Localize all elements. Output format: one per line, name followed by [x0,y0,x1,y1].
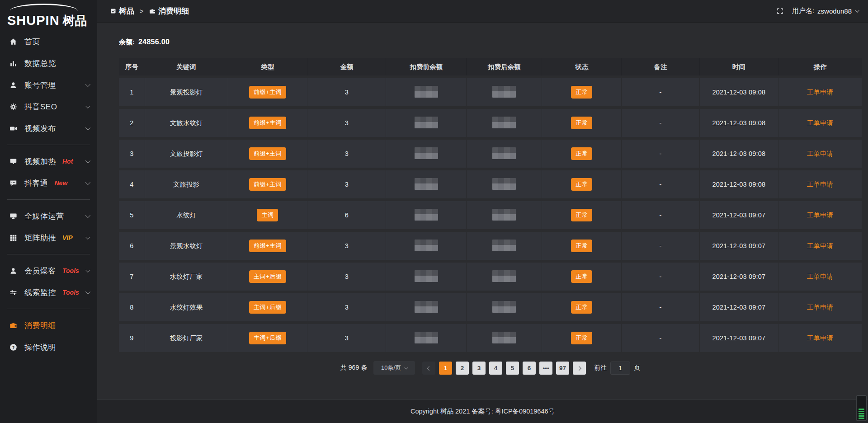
cell-amount: 3 [307,293,386,321]
chevron-down-icon [405,366,408,369]
sidebar-divider [7,309,90,309]
cell-index: 8 [119,293,145,321]
meter-bar [859,418,864,419]
page-button-97[interactable]: 97 [556,362,569,375]
redacted-balance-after [492,86,516,98]
ticket-request-link[interactable]: 工单申请 [807,212,833,219]
monitor-icon [9,212,18,221]
ticket-request-link[interactable]: 工单申请 [807,119,833,127]
chevron-down-icon [85,289,90,294]
ticket-request-link[interactable]: 工单申请 [807,273,833,280]
sidebar-item-label: 视频加热 [24,156,56,167]
ticket-request-link[interactable]: 工单申请 [807,242,833,249]
type-badge: 前缀+主词 [249,147,286,160]
page-button-1[interactable]: 1 [439,362,452,375]
meter-bar [859,415,864,417]
page-button-6[interactable]: 6 [523,362,536,375]
cell-keyword: 水纹灯厂家 [145,263,228,291]
page-button-3[interactable]: 3 [472,362,486,375]
sidebar-item-matrix-boost[interactable]: 矩阵助推 VIP [0,227,97,249]
type-badge: 主词 [257,209,278,221]
sidebar-item-member-baoke[interactable]: 会员爆客 Tools [0,260,97,282]
table-row: 3 文旅投影灯 前缀+主词 3 正常 - 2021-12-03 09:08 工单… [119,140,862,168]
status-badge: 正常 [571,301,592,314]
username-label: 用户名: [792,7,814,15]
cell-amount: 3 [307,324,386,352]
sidebar-item-label: 抖音SEO [24,102,57,112]
sidebar-item-douketong[interactable]: 抖客通 New [0,172,97,194]
sidebar-item-label: 会员爆客 [24,266,56,276]
cell-amount: 3 [307,140,386,168]
grid-icon [9,234,18,242]
ticket-request-link[interactable]: 工单申请 [807,150,833,157]
column-header: 关键词 [145,58,228,75]
table-row: 4 文旅投影 前缀+主词 3 正常 - 2021-12-03 09:08 工单申… [119,170,862,198]
sidebar-item-douyin-seo[interactable]: 抖音SEO [0,96,97,118]
sidebar-item-data-overview[interactable]: 数据总览 [0,52,97,74]
table-row: 6 景观水纹灯 前缀+主词 3 正常 - 2021-12-03 09:07 工单… [119,232,862,260]
sidebar-item-home[interactable]: 首页 [0,31,97,52]
status-badge: 正常 [571,178,592,191]
status-badge: 正常 [571,332,592,344]
bar-chart-icon [9,59,18,68]
cell-amount: 3 [307,263,386,291]
breadcrumb-current[interactable]: 消费明细 [149,6,189,16]
page-size-select[interactable]: 10条/页 [373,361,415,375]
cell-index: 4 [119,170,145,198]
sidebar-item-consumption-details[interactable]: 消费明细 [0,315,97,336]
ticket-request-link[interactable]: 工单申请 [807,181,833,188]
sidebar-item-account-management[interactable]: 账号管理 [0,74,97,96]
meter-bar [859,413,864,414]
wallet-icon [9,321,18,330]
pagination-ellipsis-button[interactable]: ••• [539,362,552,375]
cell-time: 2021-12-03 09:07 [700,324,778,352]
page-button-5[interactable]: 5 [506,362,519,375]
next-page-button[interactable] [573,362,586,375]
sidebar-item-label: 首页 [24,37,40,47]
sidebar-item-operation-guide[interactable]: 操作说明 [0,336,97,358]
prev-page-button[interactable] [422,362,435,375]
sidebar-item-all-media-operation[interactable]: 全媒体运营 [0,205,97,227]
sidebar: SHUPIN 树品 首页 数据总览 账号管理 抖音SEO 视频发布 视频加 [0,0,97,423]
breadcrumb-separator: > [138,8,145,15]
cell-time: 2021-12-03 09:08 [700,170,778,198]
page-button-4[interactable]: 4 [489,362,502,375]
fullscreen-icon[interactable] [776,7,784,15]
cell-index: 5 [119,201,145,229]
status-badge: 正常 [571,270,592,283]
ticket-request-link[interactable]: 工单申请 [807,89,833,96]
cell-index: 1 [119,78,145,106]
sidebar-item-lead-monitoring[interactable]: 线索监控 Tools [0,282,97,303]
column-header: 类型 [228,58,308,75]
cell-time: 2021-12-03 09:07 [700,232,778,260]
sidebar-menu: 首页 数据总览 账号管理 抖音SEO 视频发布 视频加热 Hot 抖客通 [0,30,97,423]
column-header: 备注 [622,58,700,75]
sidebar-item-label: 消费明细 [24,320,56,331]
username: zswodun88 [817,7,852,15]
cell-index: 2 [119,109,145,137]
meter-bar [859,409,864,410]
chevron-down-icon [85,268,90,273]
goto-page-input[interactable] [610,362,630,375]
table-header-row: 序号关键词类型金额扣费前余额扣费后余额状态备注时间操作 [119,58,862,75]
user-dropdown[interactable]: 用户名: zswodun88 [792,7,858,15]
chevron-down-icon [85,103,90,108]
sidebar-item-video-publish[interactable]: 视频发布 [0,118,97,139]
cell-index: 6 [119,232,145,260]
app-icon [110,8,117,14]
page-button-2[interactable]: 2 [456,362,469,375]
ticket-request-link[interactable]: 工单申请 [807,304,833,311]
ticket-request-link[interactable]: 工单申请 [807,334,833,342]
sidebar-item-tag: Tools [62,289,79,296]
goto-suffix: 页 [634,364,640,372]
sidebar-divider [7,145,90,145]
sidebar-item-video-heating[interactable]: 视频加热 Hot [0,150,97,172]
redacted-balance-after [492,301,516,313]
breadcrumb: 树品 > 消费明细 [110,6,189,16]
redacted-balance-after [492,270,516,282]
breadcrumb-home[interactable]: 树品 [110,6,134,16]
cell-keyword: 景观水纹灯 [145,232,228,260]
cell-time: 2021-12-03 09:08 [700,78,778,106]
sidebar-item-label: 矩阵助推 [24,233,56,243]
cell-remark: - [622,109,700,137]
